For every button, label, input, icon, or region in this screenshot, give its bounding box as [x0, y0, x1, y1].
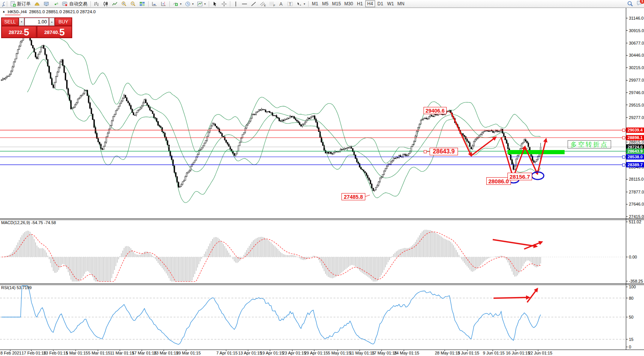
text-button[interactable]: A: [277, 0, 285, 7]
equidistant-channel-button[interactable]: E: [258, 0, 267, 7]
terminal-icon: [43, 1, 50, 7]
dropdown-arrow-icon: ▾: [304, 2, 305, 6]
line-anchor-square[interactable]: [424, 150, 427, 153]
price-tick: 29277.0: [629, 115, 644, 120]
rsi-tick: 100: [629, 285, 636, 289]
trend-arrow[interactable]: [493, 240, 537, 246]
auto-scroll-button[interactable]: [150, 0, 159, 7]
auto-trading-button[interactable]: 自动交易: [61, 0, 89, 7]
sell-button[interactable]: SELL: [2, 18, 19, 26]
tile-windows-button[interactable]: [138, 0, 147, 7]
trend-arrow[interactable]: [537, 139, 546, 174]
date-tick: 13 Apr 01:15: [238, 351, 262, 355]
buy-price-main: 28740: [44, 28, 58, 37]
timeframe-d1-button[interactable]: D1: [376, 0, 385, 7]
text-tool-letter: A: [279, 2, 282, 7]
timeframe-w1-button[interactable]: W1: [386, 0, 396, 7]
timeframe-h4-button[interactable]: H4: [365, 0, 375, 7]
zoom-out-button[interactable]: [129, 0, 137, 7]
terminal-button[interactable]: [42, 0, 51, 7]
symbol-underline: [5, 15, 20, 15]
volume-input[interactable]: 1.00: [25, 18, 49, 26]
cursor-button[interactable]: [211, 0, 219, 7]
toolbar-separator: [230, 1, 230, 7]
turning-point-textbox[interactable]: 多空转折点: [568, 140, 611, 149]
toolbar-separator: [90, 1, 91, 7]
indicators-button[interactable]: ▾: [171, 0, 183, 7]
horizontal-line-button[interactable]: [240, 0, 249, 7]
timeframe-mn-button[interactable]: MN: [396, 0, 406, 7]
arrows-button[interactable]: ▾: [295, 0, 307, 7]
price-tick: 29746.0: [629, 90, 644, 95]
line-anchor-square[interactable]: [622, 156, 625, 158]
date-tick: 23 Mar 01:15: [154, 351, 178, 355]
price-badge-label: 28538.0: [628, 155, 643, 159]
axes[interactable]: 31146.030915.030677.030446.030215.029977…: [0, 8, 644, 355]
drawing-objects[interactable]: [365, 111, 625, 302]
price-badge-label: 29039.4: [628, 128, 643, 132]
signals-button[interactable]: [51, 0, 60, 7]
price-tick: 30446.0: [629, 53, 644, 57]
price-label-annotation[interactable]: 28156.7: [507, 173, 532, 180]
trendline-button[interactable]: [249, 0, 258, 7]
chart-ohlc-title: ▲ HK50-,H4 28651.0 28851.0 28621.0 28724…: [2, 9, 96, 14]
timeframe-m1-button[interactable]: M1: [310, 0, 320, 7]
notification-badge: 1: [640, 0, 644, 4]
buy-price-box[interactable]: 28740.5: [37, 26, 72, 38]
chart-bars-button[interactable]: [92, 0, 101, 7]
candlesticks: [1, 34, 541, 192]
price-label-annotation[interactable]: 29406.6: [424, 107, 447, 114]
clipped-tool-button[interactable]: [1, 0, 5, 7]
bollinger-bands: [27, 23, 540, 203]
timeframe-group: M1M5M15M30H1H4D1W1MN: [310, 0, 406, 7]
toolbar-separator: [148, 1, 149, 7]
signals-icon: [53, 1, 59, 7]
chart-candles-button[interactable]: [101, 0, 110, 7]
chart-line-button[interactable]: [110, 0, 119, 7]
date-tick: 5 Mar 01:15: [88, 351, 110, 355]
trading-terminal-window: 31146.030915.030677.030446.030215.029977…: [0, 0, 644, 356]
trend-arrow[interactable]: [493, 297, 529, 298]
periods-button[interactable]: ▾: [183, 0, 195, 7]
line-anchor-square[interactable]: [622, 164, 625, 166]
chart-canvas[interactable]: 31146.030915.030677.030446.030215.029977…: [0, 0, 644, 356]
buy-button[interactable]: BUY: [55, 18, 72, 26]
auto-trading-label: 自动交易: [69, 1, 87, 7]
templates-button[interactable]: ▾: [196, 0, 207, 7]
price-label-annotation[interactable]: 27485.8: [341, 193, 365, 200]
support-zone-bar[interactable]: [507, 150, 565, 154]
timeframe-m5-button[interactable]: M5: [320, 0, 330, 7]
search-button[interactable]: [625, 0, 635, 7]
date-tick: 1 Mar 01:15: [66, 351, 88, 355]
dropdown-arrow-icon: ▾: [192, 2, 194, 6]
line-anchor-square[interactable]: [622, 136, 625, 139]
zoom-in-button[interactable]: [119, 0, 128, 7]
date-tick: 8 Feb 2021: [0, 351, 22, 355]
new-order-button[interactable]: 新订单: [9, 0, 32, 7]
timeframe-m30-button[interactable]: M30: [343, 0, 354, 7]
price-label-annotation[interactable]: 28643.9: [430, 148, 458, 155]
date-tick: 11 Mar 01:15: [110, 351, 134, 355]
timeframe-m15-button[interactable]: M15: [331, 0, 342, 7]
vertical-line-button[interactable]: [232, 0, 240, 7]
notifications-button[interactable]: 1: [636, 0, 643, 8]
chart-shift-button[interactable]: [159, 0, 168, 7]
volume-decrease-button[interactable]: ▼: [19, 18, 24, 26]
fibonacci-button[interactable]: F: [268, 0, 277, 7]
price-tick: 31146.0: [629, 16, 644, 20]
timeframe-h1-button[interactable]: H1: [355, 0, 365, 7]
price-tick: 30915.0: [629, 28, 644, 33]
volume-increase-button[interactable]: ▲: [49, 18, 54, 26]
collapse-panel-icon[interactable]: ▲: [2, 10, 5, 13]
line-anchor-square[interactable]: [622, 129, 625, 132]
text-label-button[interactable]: T: [286, 0, 295, 7]
trend-arrow[interactable]: [527, 289, 537, 302]
gold-ingot-button[interactable]: [33, 0, 42, 7]
date-tick: 28 May 01:15: [435, 351, 460, 355]
price-badge-label: 28643.9: [628, 149, 643, 153]
crosshair-button[interactable]: [220, 0, 228, 7]
sell-price-box[interactable]: 28722.5: [2, 26, 36, 38]
macd-tick: 0.00: [629, 255, 637, 259]
fib-letter: F: [273, 4, 275, 7]
new-order-label: 新订单: [17, 1, 31, 7]
